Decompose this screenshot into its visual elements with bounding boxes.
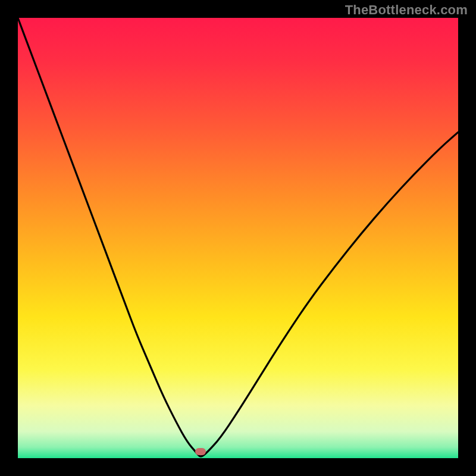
optimal-point-marker (195, 448, 206, 455)
plot-area (18, 18, 458, 458)
chart-frame: TheBottleneck.com (0, 0, 476, 476)
watermark-label: TheBottleneck.com (345, 2, 468, 18)
bottleneck-curve (18, 18, 458, 458)
